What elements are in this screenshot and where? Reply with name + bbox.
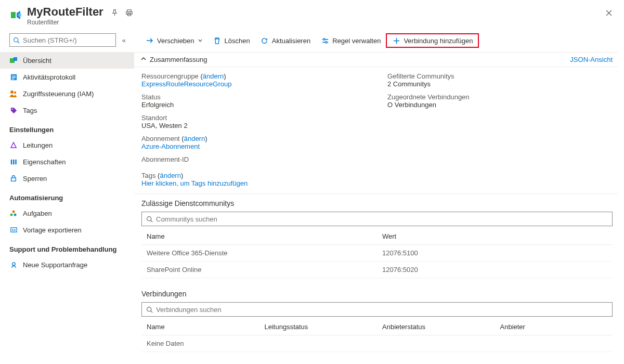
activity-log-icon	[9, 73, 18, 81]
sidebar-heading-automation: Automatisierung	[0, 187, 134, 205]
subscription-link[interactable]: Azure-Abonnement	[141, 142, 200, 150]
col-name[interactable]: Name	[141, 319, 259, 335]
essentials-toggle[interactable]: Zusammenfassung	[140, 56, 207, 63]
sidebar-item-new-support[interactable]: Neue Supportanfrage	[0, 256, 134, 273]
settings-icon	[321, 36, 329, 45]
col-provider-status[interactable]: Anbieterstatus	[377, 319, 495, 335]
manage-rule-button[interactable]: Regel verwalten	[316, 34, 386, 47]
col-circuit-status[interactable]: Leitungsstatus	[259, 319, 378, 335]
lock-icon	[9, 174, 18, 183]
delete-label: Löschen	[225, 37, 250, 45]
communities-search[interactable]	[141, 212, 613, 226]
sidebar-item-activity-log[interactable]: Aktivitätsprotokoll	[0, 69, 134, 85]
filtered-communities-label: Gefilterte Communitys	[387, 72, 613, 80]
iam-icon	[9, 89, 18, 98]
tags-icon	[9, 106, 18, 114]
status-label: Status	[141, 93, 367, 101]
sidebar-item-tasks[interactable]: Aufgaben	[0, 205, 134, 222]
json-view-link[interactable]: JSON-Ansicht	[570, 56, 613, 63]
sidebar-item-label: Neue Supportanfrage	[23, 261, 87, 269]
svg-rect-0	[11, 12, 16, 18]
col-name[interactable]: Name	[141, 228, 377, 245]
resource-group-label: Ressourcengruppe	[141, 72, 199, 80]
divider	[134, 193, 618, 194]
pin-icon[interactable]	[111, 8, 119, 17]
table-row[interactable]: SharePoint Online 12076:5020	[141, 262, 613, 278]
table-row-empty: Keine Daten	[141, 335, 613, 352]
collapse-sidebar-icon[interactable]: «	[120, 34, 128, 46]
svg-point-14	[11, 108, 12, 109]
sidebar-item-label: Übersicht	[23, 57, 51, 64]
move-button[interactable]: Verschieben	[140, 34, 208, 47]
location-value: USA, Westen 2	[141, 122, 367, 129]
sidebar-item-label: Zugriffssteuerung (IAM)	[23, 90, 94, 98]
sidebar-item-circuits[interactable]: Leitungen	[0, 137, 134, 153]
close-icon[interactable]	[605, 9, 613, 19]
svg-rect-18	[11, 178, 16, 181]
essentials-title: Zusammenfassung	[150, 56, 207, 63]
connections-title: Verbindungen	[141, 290, 613, 298]
status-value: Erfolgreich	[141, 101, 367, 109]
connections-table: Name Leitungsstatus Anbieterstatus Anbie…	[141, 319, 613, 352]
svg-rect-7	[14, 57, 17, 61]
sidebar-item-label: Vorlage exportieren	[23, 226, 82, 234]
sidebar: « Übersicht Aktivitätsprotokoll Zugriffs…	[0, 30, 134, 364]
location-label: Standort	[141, 114, 367, 122]
add-connection-button[interactable]: Verbindung hinzufügen	[386, 33, 479, 48]
support-icon	[9, 261, 18, 269]
sidebar-item-iam[interactable]: Zugriffssteuerung (IAM)	[0, 85, 134, 102]
tasks-icon	[9, 209, 18, 217]
sidebar-search[interactable]	[9, 33, 116, 47]
svg-rect-10	[11, 77, 16, 77]
svg-point-12	[10, 90, 14, 94]
properties-icon	[9, 158, 18, 166]
command-bar: Verschieben Löschen Aktualisieren Regel …	[134, 30, 618, 52]
svg-point-24	[323, 38, 325, 40]
connections-search[interactable]	[141, 302, 613, 317]
sidebar-item-label: Eigenschaften	[23, 158, 66, 166]
add-connection-label: Verbindung hinzufügen	[404, 37, 473, 45]
svg-rect-17	[15, 159, 16, 164]
refresh-button[interactable]: Aktualisieren	[255, 34, 316, 47]
sidebar-item-tags[interactable]: Tags	[0, 102, 134, 119]
svg-point-13	[14, 92, 16, 94]
sidebar-item-locks[interactable]: Sperren	[0, 170, 134, 187]
svg-rect-22	[10, 227, 16, 231]
sidebar-item-properties[interactable]: Eigenschaften	[0, 153, 134, 170]
resource-type: Routenfilter	[27, 19, 103, 26]
search-icon	[146, 216, 153, 223]
move-label: Verschieben	[157, 37, 194, 45]
export-template-icon	[9, 226, 18, 234]
svg-point-25	[325, 41, 327, 43]
communities-title: Zulässige Dienstcommunitys	[141, 199, 613, 207]
delete-button[interactable]: Löschen	[208, 34, 255, 47]
resource-icon	[9, 8, 23, 22]
sidebar-item-export-template[interactable]: Vorlage exportieren	[0, 222, 134, 238]
add-tags-link[interactable]: Hier klicken, um Tags hinzuzufügen	[141, 179, 248, 187]
communities-table: Name Wert Weitere Office 365-Dienste 120…	[141, 228, 613, 278]
tags-label: Tags	[141, 172, 155, 179]
connections-search-input[interactable]	[156, 306, 608, 314]
resource-group-link[interactable]: ExpressRouteResourceGroup	[141, 80, 231, 88]
col-value[interactable]: Wert	[377, 228, 613, 245]
col-provider[interactable]: Anbieter	[495, 319, 613, 335]
communities-search-input[interactable]	[156, 215, 608, 223]
svg-point-23	[12, 262, 15, 265]
sidebar-item-label: Aktivitätsprotokoll	[23, 73, 75, 81]
change-tags-link[interactable]: ändern	[160, 172, 180, 179]
subscription-id-label: Abonnement-ID	[141, 155, 367, 163]
sidebar-item-overview[interactable]: Übersicht	[0, 52, 134, 69]
print-icon[interactable]	[125, 8, 134, 17]
svg-point-27	[147, 307, 151, 311]
sidebar-item-label: Aufgaben	[23, 210, 52, 217]
svg-point-1	[18, 14, 21, 17]
search-icon	[13, 37, 20, 44]
change-resource-group-link[interactable]: ändern	[203, 72, 224, 80]
table-row[interactable]: Weitere Office 365-Dienste 12076:5100	[141, 245, 613, 262]
associated-connections-value: O Verbindungen	[387, 101, 613, 109]
change-subscription-link[interactable]: ändern	[184, 135, 205, 142]
sidebar-search-input[interactable]	[23, 36, 112, 44]
filtered-communities-value: 2 Communitys	[387, 80, 613, 88]
svg-point-20	[14, 214, 17, 216]
chevron-down-icon	[198, 37, 203, 45]
